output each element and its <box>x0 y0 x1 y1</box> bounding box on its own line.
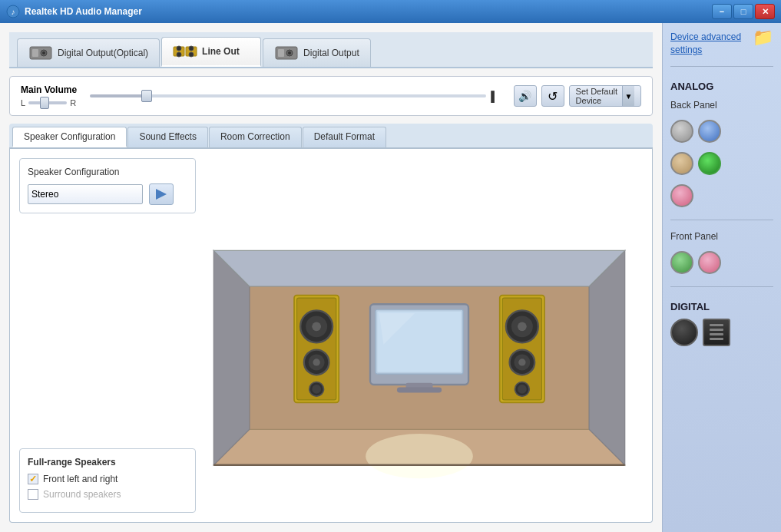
svg-rect-47 <box>397 388 442 393</box>
title-bar: ♪ Realtek HD Audio Manager − □ ✕ <box>0 0 781 23</box>
divider-2 <box>670 220 773 220</box>
volume-thumb[interactable] <box>141 90 152 102</box>
svg-point-39 <box>518 359 525 365</box>
digital-label: DIGITAL <box>670 301 773 312</box>
tab-default-format-label: Default Format <box>314 131 375 142</box>
svg-point-21 <box>366 434 473 478</box>
svg-point-8 <box>177 52 181 57</box>
speaker-config-group-label: Speaker Configuration <box>28 167 187 177</box>
main-window: Digital Output(Optical) Line Out <box>0 23 781 532</box>
back-panel-ports-row1 <box>670 120 773 143</box>
front-left-right-label: Front left and right <box>43 474 117 484</box>
device-advanced-settings-link[interactable]: Device advanced settings <box>670 31 741 55</box>
svg-marker-20 <box>213 250 624 286</box>
digital-optical-icon <box>28 44 53 62</box>
speaker-config-select[interactable]: Stereo Quadraphonic 5.1 Speaker 7.1 Spea… <box>28 184 143 204</box>
back-panel-port-tan[interactable] <box>670 152 693 175</box>
tab-line-out-label: Line Out <box>202 46 240 57</box>
back-panel-label: Back Panel <box>670 100 773 111</box>
svg-rect-13 <box>278 49 284 57</box>
tab-room-correction-label: Room Correction <box>220 131 290 142</box>
svg-point-7 <box>177 46 181 51</box>
minimize-button[interactable]: − <box>712 4 732 19</box>
checkmark-icon: ✓ <box>29 474 37 484</box>
back-panel-port-pink[interactable] <box>670 184 693 207</box>
tab-default-format[interactable]: Default Format <box>303 127 386 147</box>
digital-port-coax[interactable] <box>703 319 730 346</box>
volume-slider-container: ▌ <box>90 91 498 102</box>
digital-lines-icon <box>710 324 723 340</box>
tab-digital-output-label: Digital Output <box>303 48 359 58</box>
volume-icon: ▌ <box>491 91 498 102</box>
tab-speaker-configuration[interactable]: Speaker Configuration <box>12 127 127 147</box>
play-button[interactable] <box>149 183 174 205</box>
tab-sound-effects[interactable]: Sound Effects <box>127 127 208 147</box>
svg-point-26 <box>312 322 321 332</box>
tab-room-correction[interactable]: Room Correction <box>209 127 302 147</box>
tab-speaker-configuration-label: Speaker Configuration <box>24 131 115 142</box>
window-controls: − □ ✕ <box>712 4 775 19</box>
svg-text:♪: ♪ <box>12 8 15 16</box>
right-panel-header: Device advanced settings 📁 <box>670 31 773 57</box>
sub-tabs: Speaker Configuration Sound Effects Room… <box>9 124 653 149</box>
speaker-config-panel: Speaker Configuration Stereo Quadraphoni… <box>9 149 653 523</box>
front-panel-ports <box>670 251 773 274</box>
back-panel-port-gray[interactable] <box>670 120 693 143</box>
play-triangle-icon <box>156 189 167 200</box>
svg-rect-3 <box>32 49 38 57</box>
svg-marker-18 <box>213 250 250 464</box>
set-default-label: Set DefaultDevice <box>576 87 617 105</box>
checkbox-surround-speakers-row: Surround speakers <box>28 489 187 500</box>
device-tabs: Digital Output(Optical) Line Out <box>9 32 653 68</box>
set-default-button[interactable]: Set DefaultDevice ▼ <box>569 85 641 107</box>
tab-digital-output[interactable]: Digital Output <box>263 38 371 67</box>
checkbox-surround-speakers[interactable] <box>28 489 38 500</box>
front-panel-port-green[interactable] <box>670 251 693 274</box>
speaker-config-select-row: Stereo Quadraphonic 5.1 Speaker 7.1 Spea… <box>28 183 187 205</box>
maximize-button[interactable]: □ <box>733 4 753 19</box>
tab-digital-optical[interactable]: Digital Output(Optical) <box>17 38 160 67</box>
app-icon: ♪ <box>6 5 20 18</box>
sub-tab-section: Speaker Configuration Sound Effects Room… <box>9 124 653 523</box>
content-area: Digital Output(Optical) Line Out <box>0 23 781 532</box>
fullrange-speakers-group: Full-range Speakers ✓ Front left and rig… <box>19 448 196 513</box>
checkbox-front-left-right[interactable]: ✓ <box>28 474 38 484</box>
speaker-config-group: Speaker Configuration Stereo Quadraphoni… <box>19 158 196 213</box>
tv-viz <box>370 304 468 392</box>
main-panel: Digital Output(Optical) Line Out <box>0 23 662 532</box>
digital-output-icon <box>274 44 299 62</box>
divider-3 <box>670 286 773 287</box>
main-volume-label: Main Volume <box>21 84 79 95</box>
right-channel-label: R <box>70 98 76 107</box>
tab-sound-effects-label: Sound Effects <box>139 131 197 142</box>
back-panel-ports-row2 <box>670 152 773 175</box>
digital-ports <box>670 319 773 346</box>
dropdown-arrow-icon: ▼ <box>622 86 634 106</box>
tab-line-out[interactable]: Line Out <box>161 37 261 67</box>
speaker-left-controls: Speaker Configuration Stereo Quadraphoni… <box>19 158 196 513</box>
svg-marker-19 <box>589 250 625 464</box>
front-panel-label: Front Panel <box>670 231 773 242</box>
surround-speakers-label: Surround speakers <box>43 489 121 500</box>
folder-icon: 📁 <box>753 28 773 48</box>
front-panel-port-pink[interactable] <box>698 251 721 274</box>
divider-1 <box>670 66 773 67</box>
svg-point-5 <box>42 51 45 55</box>
svg-point-36 <box>518 322 527 332</box>
close-button[interactable]: ✕ <box>755 4 775 19</box>
speaker-icon: 🔊 <box>518 90 531 102</box>
analog-label: ANALOG <box>670 81 773 92</box>
volume-slider[interactable] <box>90 94 486 97</box>
left-speaker-viz <box>294 296 339 403</box>
mute-button[interactable]: 🔊 <box>514 85 537 107</box>
volume-section: Main Volume L R ▌ <box>9 76 653 116</box>
right-panel: Device advanced settings 📁 ANALOG Back P… <box>662 23 781 532</box>
line-out-icon <box>173 42 197 61</box>
back-panel-port-blue[interactable] <box>698 120 721 143</box>
back-panel-ports-row3 <box>670 184 773 207</box>
svg-point-10 <box>189 46 194 51</box>
digital-port-optical[interactable] <box>670 319 698 346</box>
refresh-button[interactable]: ↺ <box>541 85 564 107</box>
back-panel-port-green-active[interactable] <box>698 152 721 175</box>
volume-controls: 🔊 ↺ Set DefaultDevice ▼ <box>514 85 641 107</box>
